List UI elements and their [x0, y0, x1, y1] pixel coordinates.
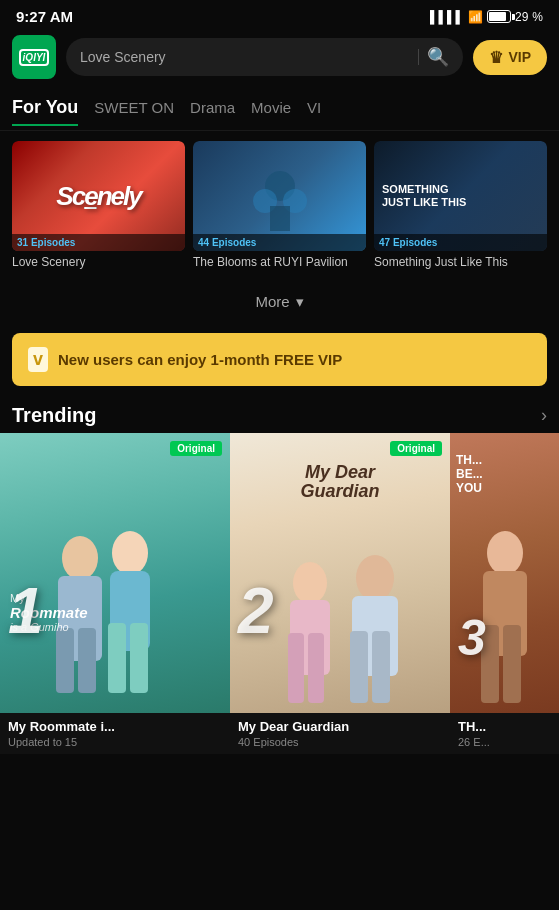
tab-for-you[interactable]: For You [12, 89, 78, 126]
status-time: 9:27 AM [16, 8, 73, 25]
svg-rect-15 [288, 633, 304, 703]
svg-rect-16 [308, 633, 324, 703]
card2-name: My Dear Guardian [238, 719, 442, 734]
battery-icon [487, 10, 511, 23]
svg-point-13 [293, 562, 327, 604]
search-icon[interactable]: 🔍 [427, 46, 449, 68]
trending-arrow-icon[interactable]: › [541, 405, 547, 426]
drama-title-1: Love Scenery [12, 255, 185, 271]
svg-rect-7 [108, 623, 126, 693]
trending-card-3[interactable]: TH...BE...YOU 3 TH... 26 E... [450, 433, 559, 754]
drama-card-something[interactable]: SOMETHINGJUST LIKE THIS 47 Episodes Some… [374, 141, 547, 271]
svg-rect-24 [503, 625, 521, 703]
drama-card-love-scenery[interactable]: Scenely 31 Episodes Love Scenery [12, 141, 185, 271]
rank-3: 3 [458, 613, 486, 663]
original-badge-1: Original [170, 441, 222, 456]
drama-title-3: Something Just Like This [374, 255, 547, 271]
rank-1: 1 [8, 579, 44, 643]
card3-info: TH... 26 E... [450, 713, 559, 754]
search-placeholder: Love Scenery [80, 49, 410, 65]
blooms-image [240, 156, 320, 236]
vip-banner-text: New users can enjoy 1-month FREE VIP [58, 351, 342, 368]
episodes-badge-2: 44 Episodes [193, 234, 366, 251]
svg-rect-19 [350, 631, 368, 703]
card2-episodes: 40 Episodes [238, 736, 442, 748]
trending-title: Trending [12, 404, 96, 427]
vip-button[interactable]: ♛ VIP [473, 40, 547, 75]
tab-drama[interactable]: Drama [190, 91, 235, 124]
vip-crown-icon: ♛ [489, 48, 503, 67]
header: iQIYI Love Scenery 🔍 ♛ VIP [0, 29, 559, 85]
card3-text-overlay: TH...BE...YOU [456, 453, 483, 496]
search-divider [418, 49, 419, 65]
rank-2: 2 [238, 579, 274, 643]
card2-info: My Dear Guardian 40 Episodes [230, 713, 450, 754]
drama-card-blooms[interactable]: 44 Episodes The Blooms at RUYI Pavilion [193, 141, 366, 271]
svg-point-17 [356, 555, 394, 601]
drama-title-2: The Blooms at RUYI Pavilion [193, 255, 366, 271]
battery-percent: 29 [515, 10, 528, 24]
original-badge-2: Original [390, 441, 442, 456]
card3-episodes: 26 E... [458, 736, 552, 748]
svg-point-9 [62, 536, 98, 580]
card3-name: TH... [458, 719, 552, 734]
trending-header: Trending › [0, 394, 559, 433]
svg-rect-11 [56, 628, 74, 693]
tab-movie[interactable]: Movie [251, 91, 291, 124]
trending-cards: Original My Roommate [0, 433, 559, 754]
search-bar[interactable]: Love Scenery 🔍 [66, 38, 463, 76]
nav-tabs: For You SWEET ON Drama Movie VI [0, 85, 559, 131]
trending-card-1[interactable]: Original My Roommate [0, 433, 230, 754]
chevron-down-icon: ▾ [296, 293, 304, 311]
status-icons: ▌▌▌▌ 📶 29% [430, 10, 543, 24]
svg-rect-8 [130, 623, 148, 693]
tab-vi[interactable]: VI [307, 91, 321, 124]
drama-grid: Scenely 31 Episodes Love Scenery 44 Epis… [0, 141, 559, 271]
svg-rect-12 [78, 628, 96, 693]
card1-episodes: Updated to 15 [8, 736, 222, 748]
svg-rect-4 [270, 206, 290, 231]
more-button[interactable]: More ▾ [12, 279, 547, 325]
episodes-badge-3: 47 Episodes [374, 234, 547, 251]
more-label: More [255, 293, 289, 310]
svg-point-5 [112, 531, 148, 575]
svg-point-21 [487, 531, 523, 575]
vip-banner[interactable]: v New users can enjoy 1-month FREE VIP [12, 333, 547, 386]
episodes-badge-1: 31 Episodes [12, 234, 185, 251]
svg-rect-20 [372, 631, 390, 703]
wifi-icon: 📶 [468, 10, 483, 24]
trending-card-2[interactable]: Original My DearGuardian [230, 433, 450, 754]
logo[interactable]: iQIYI [12, 35, 56, 79]
card1-name: My Roommate i... [8, 719, 222, 734]
card3-image [450, 493, 559, 713]
card1-info: My Roommate i... Updated to 15 [0, 713, 230, 754]
tab-sweet-on[interactable]: SWEET ON [94, 91, 174, 124]
vip-label: VIP [508, 49, 531, 65]
signal-icon: ▌▌▌▌ [430, 10, 464, 24]
status-bar: 9:27 AM ▌▌▌▌ 📶 29% [0, 0, 559, 29]
vip-banner-icon: v [28, 347, 48, 372]
